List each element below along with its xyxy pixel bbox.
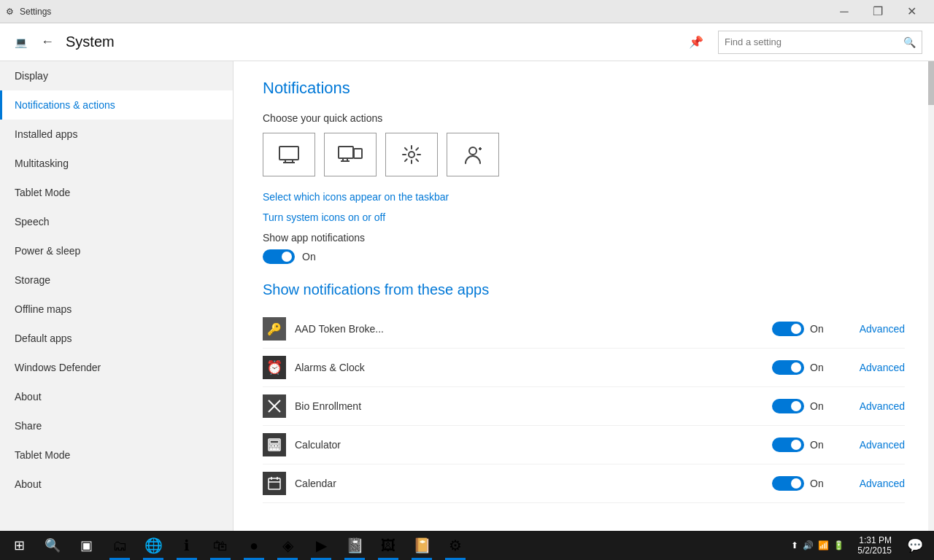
svg-rect-23 (269, 478, 280, 489)
search-button[interactable]: 🔍 (898, 34, 922, 51)
svg-point-10 (469, 147, 476, 155)
settings-icon: ⚙ (6, 7, 14, 17)
search-input[interactable] (719, 36, 898, 47)
app-toggle-calculator: On (772, 438, 838, 452)
toggle-aad[interactable] (772, 322, 804, 336)
taskbar-app-photos[interactable]: 🖼 (372, 531, 404, 560)
app-toggle-bio: On (772, 399, 838, 413)
toggle-bio[interactable] (772, 399, 804, 413)
taskbar-app-chrome[interactable]: ● (238, 531, 270, 560)
taskbar-systray: ⬆ 🔊 📶 🔋 (785, 540, 850, 551)
app-row-calendar: Calendar On Advanced (263, 464, 905, 503)
toggle-calendar[interactable] (772, 476, 804, 491)
system-icons-link[interactable]: Turn system icons on or off (263, 211, 905, 223)
sidebar-item-power-sleep[interactable]: Power & sleep (0, 236, 233, 265)
sidebar-item-tablet-mode[interactable]: Tablet Mode (0, 178, 233, 207)
show-app-notifications-toggle[interactable] (263, 249, 295, 264)
svg-rect-16 (270, 440, 279, 443)
scrollbar-thumb[interactable] (928, 61, 934, 105)
app-row-alarms: ⏰ Alarms & Clock On Advanced (263, 349, 905, 387)
sidebar-item-default-apps[interactable]: Default apps (0, 324, 233, 353)
svg-rect-17 (270, 445, 272, 447)
quick-action-gear[interactable] (385, 133, 438, 176)
taskbar-app-ie[interactable]: ℹ (171, 531, 203, 560)
app-row-aad: 🔑 AAD Token Broke... On Advanced (263, 310, 905, 349)
quick-action-person[interactable] (447, 133, 499, 176)
taskbar-app-onenote[interactable]: 📓 (339, 531, 371, 560)
task-view-button[interactable]: ▣ (70, 531, 102, 560)
sidebar-item-notifications[interactable]: Notifications & actions (0, 90, 233, 120)
advanced-link-alarms[interactable]: Advanced (846, 362, 905, 373)
restore-button[interactable]: ❐ (861, 0, 895, 23)
svg-rect-4 (339, 147, 353, 158)
app-icon-bio (263, 394, 286, 418)
taskbar-app-store[interactable]: 🛍 (204, 531, 236, 560)
scrollbar-track[interactable] (928, 61, 934, 531)
quick-action-monitor1[interactable] (263, 133, 315, 176)
sidebar-item-storage[interactable]: Storage (0, 265, 233, 295)
svg-rect-21 (274, 448, 276, 450)
app-name-bio: Bio Enrollment (295, 400, 763, 412)
advanced-link-bio[interactable]: Advanced (846, 400, 905, 412)
system-icon: 💻 (12, 34, 29, 51)
sidebar: Display Notifications & actions Installe… (0, 61, 234, 560)
back-button[interactable]: ← (38, 31, 57, 52)
app-list: 🔑 AAD Token Broke... On Advanced ⏰ Alarm… (263, 310, 905, 503)
app-toggle-aad: On (772, 322, 838, 336)
svg-rect-22 (277, 448, 279, 450)
close-button[interactable]: ✕ (895, 0, 928, 23)
sidebar-item-installed-apps[interactable]: Installed apps (0, 120, 233, 149)
taskbar-app-cortana[interactable]: ◈ (271, 531, 304, 560)
sidebar-item-tablet-mode-2[interactable]: Tablet Mode (0, 440, 233, 470)
svg-rect-18 (274, 445, 276, 447)
section-title: Notifications (263, 79, 905, 98)
taskbar-clock[interactable]: 1:31 PM 5/2/2015 (852, 535, 898, 556)
action-center-button[interactable]: 💬 (899, 531, 931, 560)
sidebar-item-offline-maps[interactable]: Offline maps (0, 295, 233, 324)
toggle-calculator[interactable] (772, 438, 804, 452)
sidebar-item-multitasking[interactable]: Multitasking (0, 149, 233, 178)
taskbar-app-edge[interactable]: 🌐 (137, 531, 169, 560)
minimize-button[interactable]: ─ (827, 0, 861, 23)
app-toggle-alarms: On (772, 360, 838, 375)
title-bar: ⚙ Settings ─ ❐ ✕ (0, 0, 934, 23)
app-icon-aad: 🔑 (263, 317, 286, 341)
content-area: Notifications Choose your quick actions (234, 61, 934, 560)
taskbar-icons-link[interactable]: Select which icons appear on the taskbar (263, 191, 905, 203)
title-bar-left: ⚙ Settings (6, 7, 51, 17)
apps-section-title: Show notifications from these apps (263, 281, 905, 298)
main-layout: Display Notifications & actions Installe… (0, 61, 934, 560)
app-name-calendar: Calendar (295, 478, 763, 489)
title-bar-text: Settings (20, 7, 51, 17)
sidebar-item-speech[interactable]: Speech (0, 207, 233, 236)
advanced-link-aad[interactable]: Advanced (846, 323, 905, 335)
page-title: System (66, 34, 674, 50)
sidebar-item-about-2[interactable]: About (0, 470, 233, 499)
show-app-notifications-row: On (263, 249, 905, 264)
window-controls: ─ ❐ ✕ (827, 0, 928, 23)
sidebar-item-display[interactable]: Display (0, 61, 233, 90)
search-taskbar-button[interactable]: 🔍 (36, 531, 69, 560)
sidebar-item-share[interactable]: Share (0, 411, 233, 440)
toggle-alarms[interactable] (772, 360, 804, 375)
advanced-link-calendar[interactable]: Advanced (846, 478, 905, 489)
systray-icon-3: 📶 (818, 540, 829, 551)
taskbar-app-notebook[interactable]: 📔 (406, 531, 438, 560)
pin-button[interactable]: 📌 (683, 32, 709, 52)
taskbar-app-settings[interactable]: ⚙ (439, 531, 471, 560)
taskbar-app-mkv[interactable]: ▶ (305, 531, 337, 560)
app-icon-calculator (263, 433, 286, 456)
taskbar-time: 1:31 PM (857, 535, 892, 545)
sidebar-item-windows-defender[interactable]: Windows Defender (0, 353, 233, 382)
app-row-calculator: Calculator On Advanced (263, 426, 905, 464)
systray-icon-1: ⬆ (791, 540, 798, 551)
search-box: 🔍 (718, 31, 922, 54)
taskbar-app-explorer[interactable]: 🗂 (104, 531, 136, 560)
svg-rect-0 (279, 147, 298, 160)
quick-action-monitor2[interactable] (324, 133, 377, 176)
sidebar-item-about[interactable]: About (0, 382, 233, 411)
start-button[interactable]: ⊞ (3, 531, 35, 560)
app-name-calculator: Calculator (295, 439, 763, 451)
advanced-link-calculator[interactable]: Advanced (846, 439, 905, 451)
svg-rect-20 (270, 448, 272, 450)
